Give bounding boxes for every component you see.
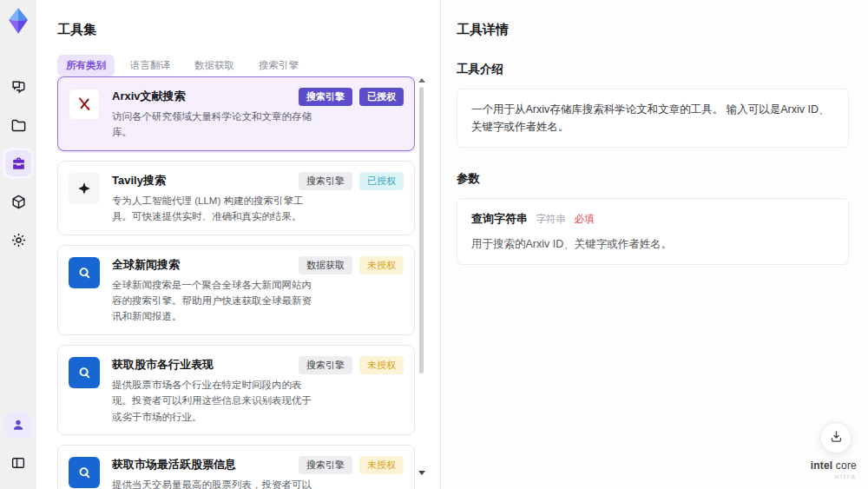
tool-list-panel: 工具集 所有类别语言翻译数据获取搜索引擎 Arxiv文献搜索访问各个研究领域大量… bbox=[36, 0, 440, 489]
param-required-badge: 必填 bbox=[574, 214, 594, 224]
category-badge: 搜索引擎 bbox=[299, 456, 352, 474]
tab-2[interactable]: 数据获取 bbox=[186, 55, 243, 76]
auth-status-badge: 已授权 bbox=[359, 88, 404, 106]
blue-q-logo-icon bbox=[69, 455, 100, 489]
cube-icon bbox=[10, 194, 27, 210]
sidebar-item-chat[interactable] bbox=[5, 74, 31, 100]
tool-description: 访问各个研究领域大量科学论文和文章的存储库。 bbox=[112, 109, 319, 141]
intel-core-wordmark: intel core bbox=[811, 460, 857, 471]
scroll-up-icon[interactable] bbox=[418, 78, 425, 83]
param-name: 查询字符串 bbox=[471, 212, 528, 225]
tool-card-body: 全球新闻搜索全球新闻搜索是一个聚合全球各大新闻网站内容的搜索引擎。帮助用户快速获… bbox=[112, 255, 319, 325]
tool-description: 专为人工智能代理 (LLM) 构建的搜索引擎工具。可快速提供实时、准确和真实的结… bbox=[112, 193, 319, 225]
tab-1[interactable]: 语言翻译 bbox=[122, 55, 179, 76]
tool-description: 提供当天交易量最高的股票列表，投资者可以利用这些信息来识别流动性强的股票和潜在的… bbox=[112, 477, 319, 489]
blue-q-logo-icon bbox=[69, 355, 100, 425]
intro-text: 一个用于从Arxiv存储库搜索科学论文和文章的工具。 输入可以是Arxiv ID… bbox=[457, 89, 849, 148]
category-badge: 数据获取 bbox=[299, 256, 352, 274]
detail-title: 工具详情 bbox=[457, 22, 849, 38]
tool-card-body: 获取市场最活跃股票信息提供当天交易量最高的股票列表，投资者可以利用这些信息来识别… bbox=[112, 455, 319, 489]
download-icon bbox=[829, 429, 844, 446]
sidebar-item-profile[interactable] bbox=[5, 412, 31, 438]
category-tabs: 所有类别语言翻译数据获取搜索引擎 bbox=[57, 55, 440, 76]
tool-card-body: 获取股市各行业表现提供股票市场各个行业在特定时间段内的表现。投资者可以利用这些信… bbox=[112, 355, 319, 425]
star-logo-icon bbox=[69, 171, 100, 225]
sidebar-item-files[interactable] bbox=[5, 112, 31, 138]
tool-name: 获取市场最活跃股票信息 bbox=[112, 457, 319, 472]
user-icon bbox=[10, 417, 26, 433]
tool-badges: 搜索引擎未授权 bbox=[299, 356, 404, 374]
toolbox-icon bbox=[10, 155, 27, 172]
app-logo-icon bbox=[5, 7, 31, 35]
tool-list: Arxiv文献搜索访问各个研究领域大量科学论文和文章的存储库。搜索引擎已授权Ta… bbox=[57, 76, 415, 489]
sidebar bbox=[0, 0, 36, 489]
auth-status-badge: 已授权 bbox=[359, 172, 404, 190]
sidebar-item-settings[interactable] bbox=[5, 227, 31, 253]
page-title: 工具集 bbox=[57, 22, 440, 38]
settings-icon bbox=[10, 232, 27, 248]
chat-icon bbox=[10, 79, 27, 96]
param-description: 用于搜索的Arxiv ID、关键字或作者姓名。 bbox=[471, 235, 834, 253]
intel-core-logo: intel core ultra bbox=[811, 460, 857, 480]
scrollbar-thumb[interactable] bbox=[419, 87, 424, 373]
tool-card-0[interactable]: Arxiv文献搜索访问各个研究领域大量科学论文和文章的存储库。搜索引擎已授权 bbox=[57, 76, 415, 151]
tab-3[interactable]: 搜索引擎 bbox=[250, 55, 307, 76]
tool-badges: 搜索引擎已授权 bbox=[299, 88, 404, 106]
auth-status-badge: 未授权 bbox=[359, 456, 404, 474]
sidebar-item-tools[interactable] bbox=[5, 150, 31, 176]
list-scrollbar[interactable] bbox=[418, 78, 424, 487]
tool-description: 提供股票市场各个行业在特定时间段内的表现。投资者可以利用这些信息来识别表现优于或… bbox=[112, 377, 319, 425]
param-header: 查询字符串 字符串 必填 bbox=[471, 210, 834, 228]
category-badge: 搜索引擎 bbox=[299, 88, 352, 106]
sidebar-item-models[interactable] bbox=[5, 188, 31, 215]
auth-status-badge: 未授权 bbox=[359, 256, 404, 274]
param-type: 字符串 bbox=[536, 214, 566, 224]
sidebar-item-collapse[interactable] bbox=[5, 450, 31, 476]
download-button[interactable] bbox=[820, 422, 852, 453]
tab-0[interactable]: 所有类别 bbox=[57, 55, 115, 76]
tool-card-3[interactable]: 获取股市各行业表现提供股票市场各个行业在特定时间段内的表现。投资者可以利用这些信… bbox=[57, 345, 415, 435]
category-badge: 搜索引擎 bbox=[299, 356, 352, 374]
tool-card-2[interactable]: 全球新闻搜索全球新闻搜索是一个聚合全球各大新闻网站内容的搜索引擎。帮助用户快速获… bbox=[57, 245, 415, 335]
intro-heading: 工具介绍 bbox=[457, 62, 849, 77]
tool-badges: 搜索引擎未授权 bbox=[299, 456, 404, 474]
intel-ultra-label: ultra bbox=[811, 473, 857, 480]
panel-layout-icon bbox=[10, 455, 26, 471]
scroll-down-icon[interactable] bbox=[418, 471, 425, 475]
blue-q-logo-icon bbox=[69, 255, 100, 325]
arxiv-logo-icon bbox=[69, 87, 100, 141]
folder-icon bbox=[10, 117, 27, 134]
tool-card-4[interactable]: 获取市场最活跃股票信息提供当天交易量最高的股票列表，投资者可以利用这些信息来识别… bbox=[57, 445, 415, 489]
tool-card-body: Tavily搜索专为人工智能代理 (LLM) 构建的搜索引擎工具。可快速提供实时… bbox=[112, 171, 319, 225]
auth-status-badge: 未授权 bbox=[359, 356, 404, 374]
tool-description: 全球新闻搜索是一个聚合全球各大新闻网站内容的搜索引擎。帮助用户快速获取全球最新资… bbox=[112, 277, 319, 325]
category-badge: 搜索引擎 bbox=[299, 172, 352, 190]
tool-badges: 数据获取未授权 bbox=[299, 256, 404, 274]
tool-badges: 搜索引擎已授权 bbox=[299, 172, 404, 190]
param-card: 查询字符串 字符串 必填 用于搜索的Arxiv ID、关键字或作者姓名。 bbox=[457, 198, 849, 265]
tool-name: Arxiv文献搜索 bbox=[112, 89, 319, 104]
tool-name: 全球新闻搜索 bbox=[112, 257, 319, 273]
tool-card-1[interactable]: Tavily搜索专为人工智能代理 (LLM) 构建的搜索引擎工具。可快速提供实时… bbox=[57, 161, 415, 235]
tool-name: Tavily搜索 bbox=[112, 173, 319, 188]
tool-detail-panel: 工具详情 工具介绍 一个用于从Arxiv存储库搜索科学论文和文章的工具。 输入可… bbox=[440, 0, 868, 489]
params-heading: 参数 bbox=[457, 171, 849, 187]
tool-name: 获取股市各行业表现 bbox=[112, 357, 319, 373]
tool-card-body: Arxiv文献搜索访问各个研究领域大量科学论文和文章的存储库。 bbox=[112, 87, 319, 141]
